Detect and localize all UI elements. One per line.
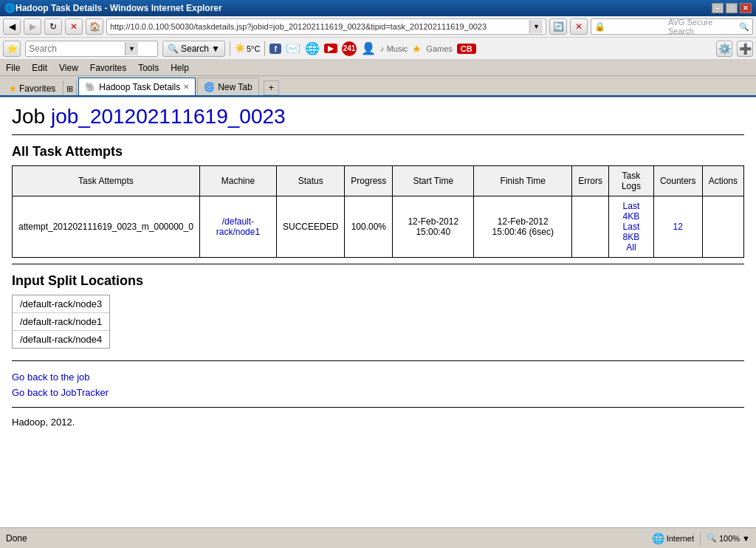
- menu-favorites[interactable]: Favorites: [90, 63, 126, 73]
- zoom-section[interactable]: 🔍 100% ▼: [707, 533, 750, 543]
- table-header: Task Attempts Machine Status Progress St…: [13, 166, 744, 196]
- zone-text: Internet: [667, 534, 694, 543]
- cell-task-attempt: attempt_201202111619_0023_m_000000_0: [13, 196, 200, 258]
- tab-close-button[interactable]: ✕: [183, 83, 189, 91]
- page-title: Job job_201202111619_0023: [12, 105, 744, 129]
- counters-link[interactable]: 12: [673, 222, 683, 232]
- address-text: http://10.0.0.100:50030/taskdetails.jsp?…: [110, 22, 529, 31]
- tab-bar: ★ Favorites ⊞ 🐘 Hadoop Task Details ✕ 🌀 …: [0, 76, 756, 97]
- task-attempts-table: Task Attempts Machine Status Progress St…: [12, 165, 744, 258]
- menu-tools[interactable]: Tools: [138, 63, 159, 73]
- tab-grid-button[interactable]: ⊞: [65, 83, 75, 95]
- window-controls: – □ ✕: [712, 3, 752, 13]
- mail-button[interactable]: ✉️: [286, 41, 300, 55]
- title-divider: [12, 134, 744, 135]
- cell-machine: /default-rack/node1: [199, 196, 276, 258]
- forward-button[interactable]: ▶: [24, 18, 41, 35]
- menu-edit[interactable]: Edit: [32, 63, 47, 73]
- favorites-star-button[interactable]: ⭐: [3, 41, 21, 57]
- menu-help[interactable]: Help: [171, 63, 189, 73]
- address-bar[interactable]: http://10.0.0.100:50030/taskdetails.jsp?…: [106, 18, 546, 35]
- tab-new-tab[interactable]: 🌀 New Tab: [197, 78, 258, 95]
- go-back-jobtracker-link[interactable]: Go back to JobTracker: [12, 386, 744, 401]
- menu-bar: File Edit View Favorites Tools Help: [0, 60, 756, 76]
- job-id-link[interactable]: job_201202111619_0023: [51, 105, 286, 128]
- section-divider2: [12, 360, 744, 361]
- secure-search-bar[interactable]: 🔒 AVG Secure Search 🔍: [591, 18, 753, 35]
- youtube-button[interactable]: ▶: [324, 44, 337, 53]
- title-bar: 🌐 Hadoop Task Details - Windows Internet…: [0, 0, 756, 16]
- minimize-button[interactable]: –: [712, 3, 724, 13]
- favorites-button[interactable]: ★ Favorites: [3, 82, 61, 95]
- home-button[interactable]: 🏠: [86, 18, 103, 35]
- col-machine: Machine: [199, 166, 276, 196]
- toolbar-search-wrapper[interactable]: ▼: [25, 41, 158, 57]
- stop-button[interactable]: ✕: [65, 18, 83, 35]
- zoom-dropdown-icon[interactable]: ▼: [742, 534, 750, 543]
- notification-badge[interactable]: 241: [342, 41, 357, 56]
- address-dropdown[interactable]: ▼: [529, 20, 543, 33]
- title-bar-text: Hadoop Task Details - Windows Internet E…: [16, 3, 222, 13]
- music-button[interactable]: ♪ Music: [380, 44, 408, 53]
- secure-search-text: AVG Secure Search: [668, 18, 739, 35]
- page-content: Job job_201202111619_0023 All Task Attem…: [0, 97, 756, 544]
- cell-progress: 100.00%: [345, 196, 393, 258]
- games-button[interactable]: Games: [426, 44, 452, 53]
- log-last4kb-link[interactable]: Last 4KB: [623, 201, 640, 222]
- footer-text: Hadoop, 2012.: [12, 417, 744, 428]
- refresh-button[interactable]: ↻: [44, 18, 62, 35]
- menu-view[interactable]: View: [59, 63, 78, 73]
- tab-hadoop-task-details[interactable]: 🐘 Hadoop Task Details ✕: [78, 78, 196, 95]
- menu-file[interactable]: File: [6, 63, 20, 73]
- extras-button[interactable]: ➕: [737, 41, 753, 57]
- section-title-attempts: All Task Attempts: [12, 144, 744, 160]
- search-button[interactable]: 🔍 Search ▼: [162, 41, 225, 57]
- table-body: attempt_201202111619_0023_m_000000_0 /de…: [13, 196, 744, 258]
- tab-favicon: 🐘: [85, 82, 96, 92]
- col-start-time: Start Time: [393, 166, 474, 196]
- go-back-job-link[interactable]: Go back to the job: [12, 370, 744, 386]
- back-button[interactable]: ◀: [3, 18, 21, 35]
- tools-button[interactable]: ⚙️: [716, 41, 732, 57]
- search-go-button[interactable]: 🔍: [739, 22, 749, 32]
- cell-errors: [572, 196, 609, 258]
- cell-start-time: 12-Feb-2012 15:00:40: [393, 196, 474, 258]
- col-counters: Counters: [653, 166, 702, 196]
- cb-button[interactable]: CB: [457, 44, 476, 54]
- close-button[interactable]: ✕: [740, 3, 752, 13]
- tab-label-active: Hadoop Task Details: [99, 82, 180, 92]
- cell-counters: 12: [653, 196, 702, 258]
- toolbar-star[interactable]: ★: [412, 43, 422, 55]
- browser-icon: 🌐: [4, 3, 16, 13]
- col-status: Status: [276, 166, 344, 196]
- temperature-button[interactable]: ☀️ 5°C: [235, 44, 260, 53]
- tab-bar-divider2: [76, 81, 77, 95]
- browser-icon-btn[interactable]: 🌐: [305, 41, 320, 55]
- avatar-button[interactable]: 👤: [361, 41, 376, 55]
- cell-finish-time: 12-Feb-2012 15:00:46 (6sec): [474, 196, 572, 258]
- col-errors: Errors: [572, 166, 609, 196]
- search-dropdown[interactable]: ▼: [125, 42, 138, 55]
- stop-btn2[interactable]: ✕: [570, 18, 588, 35]
- log-all-link[interactable]: All: [626, 242, 636, 253]
- search-input[interactable]: [29, 44, 125, 54]
- status-divider: [700, 532, 701, 544]
- facebook-button[interactable]: f: [269, 44, 281, 54]
- refresh-btn2[interactable]: 🔄: [549, 18, 567, 35]
- col-task-attempts: Task Attempts: [13, 166, 200, 196]
- toolbar-divider2: [264, 41, 265, 56]
- restore-button[interactable]: □: [726, 3, 738, 13]
- col-progress: Progress: [345, 166, 393, 196]
- footer-divider: [12, 407, 744, 408]
- log-last8kb-link[interactable]: Last 8KB: [623, 222, 640, 242]
- split-item-1: /default-rack/node1: [13, 313, 109, 331]
- tab-favicon-new: 🌀: [204, 82, 215, 92]
- machine-link[interactable]: /default-rack/node1: [216, 216, 260, 237]
- add-tab-button[interactable]: +: [264, 81, 279, 95]
- toolbar: ⭐ ▼ 🔍 Search ▼ ☀️ 5°C f ✉️ 🌐 ▶ 241 👤 ♪ M…: [0, 38, 756, 60]
- toolbar-divider1: [230, 41, 230, 56]
- cell-task-logs: Last 4KB Last 8KB All: [609, 196, 654, 258]
- table-row: attempt_201202111619_0023_m_000000_0 /de…: [13, 196, 744, 258]
- browser-chrome: ◀ ▶ ↻ ✕ 🏠 http://10.0.0.100:50030/taskde…: [0, 16, 756, 97]
- footer-links: Go back to the job Go back to JobTracker: [12, 370, 744, 401]
